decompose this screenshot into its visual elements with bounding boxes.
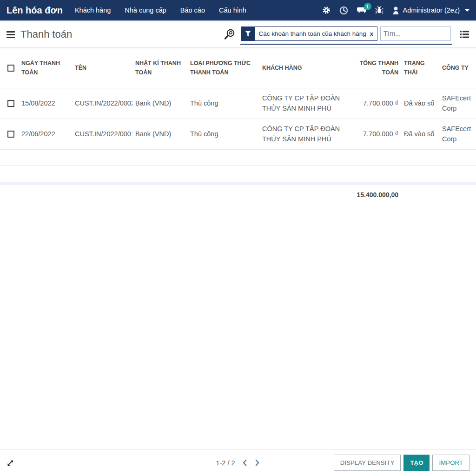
cell-date: 15/08/2022 (19, 88, 72, 119)
menu-vendors[interactable]: Nhà cung cấp (125, 7, 166, 14)
pager-next-icon[interactable] (254, 459, 260, 466)
select-all-checkbox[interactable] (7, 65, 14, 72)
pager-previous-icon[interactable] (242, 459, 248, 466)
table-row[interactable]: 15/08/2022 CUST.IN/2022/0002 Bank (VND) … (0, 88, 476, 119)
navbar-right: 1 Ad (322, 6, 469, 15)
list-view-switch-icon[interactable] (459, 30, 469, 39)
filter-facet-close-icon[interactable]: x (370, 30, 373, 37)
cell-customer: CÔNG TY CP TẬP ĐOÀN THỦY SẢN MINH PHÚ (259, 119, 350, 150)
hamburger-menu-icon[interactable] (7, 31, 15, 38)
chevron-down-icon (465, 9, 469, 12)
col-header-date[interactable]: NGÀY THANH TOÁN (19, 48, 72, 88)
settings-gear-icon[interactable] (322, 6, 331, 14)
expand-resize-icon[interactable] (7, 459, 14, 467)
user-name-label: Administrator (2ez) (403, 7, 460, 14)
cell-amount: 7.700.000 ₫ (350, 119, 401, 150)
menu-reports[interactable]: Báo cáo (180, 7, 205, 14)
import-button[interactable]: IMPORT (432, 455, 469, 471)
empty-row (0, 166, 476, 182)
col-header-name[interactable]: TÊN (72, 48, 132, 88)
cell-company: SAFEcert Corp (439, 88, 476, 119)
menu-config[interactable]: Cấu hình (219, 7, 246, 14)
cell-company: SAFEcert Corp (439, 119, 476, 150)
advanced-search-magnifier-icon[interactable] (223, 27, 237, 41)
filter-facet[interactable]: Các khoản thanh toán của khách hàng x (241, 26, 377, 41)
messages-icon[interactable]: 1 (357, 6, 366, 14)
table-header-row: NGÀY THANH TOÁN TÊN NHẬT KÍ THANH TOÁN L… (0, 48, 476, 88)
control-bar: Thanh toán Các khoản thanh toán của khác… (0, 21, 476, 48)
col-header-customer[interactable]: KHÁCH HÀNG (259, 48, 350, 88)
total-amount: 15.400.000,00 (350, 185, 401, 205)
cell-method: Thủ công (187, 119, 259, 150)
filter-facet-label: Các khoản thanh toán của khách hàng (259, 30, 366, 37)
payments-table: NGÀY THANH TOÁN TÊN NHẬT KÍ THANH TOÁN L… (0, 48, 476, 205)
user-avatar-icon (392, 7, 399, 14)
footer-buttons: DISPLAY DENSITY TẠO IMPORT (334, 455, 469, 471)
display-density-button[interactable]: DISPLAY DENSITY (334, 455, 401, 471)
cell-journal: Bank (VND) (132, 88, 187, 119)
cell-name: CUST.IN/2022/0001 (72, 119, 132, 150)
menu-customers[interactable]: Khách hàng (75, 7, 111, 14)
col-header-method[interactable]: LOẠI PHƯƠNG THỨC THANH TOÁN (187, 48, 259, 88)
cell-method: Thủ công (187, 88, 259, 119)
cell-journal: Bank (VND) (132, 119, 187, 150)
page-title: Thanh toán (20, 28, 72, 40)
search-bar: Các khoản thanh toán của khách hàng x (240, 25, 452, 45)
cell-date: 22/06/2022 (19, 119, 72, 150)
top-navbar: Lên hóa đơn Khách hàng Nhà cung cấp Báo … (0, 0, 476, 21)
empty-row (0, 150, 476, 166)
main-menu: Khách hàng Nhà cung cấp Báo cáo Cấu hình (75, 7, 246, 14)
filter-funnel-icon (241, 26, 255, 41)
cell-status: Đã vào sổ (401, 119, 439, 150)
col-header-amount[interactable]: TỔNG THANH TOÁN (350, 48, 401, 88)
app-menu-invoicing[interactable]: Lên hóa đơn (7, 5, 63, 16)
row-checkbox[interactable] (7, 131, 14, 138)
footer-bar: 1-2 / 2 DISPLAY DENSITY TẠO IMPORT (0, 449, 476, 476)
col-header-company[interactable]: CÔNG TY (439, 48, 476, 88)
table-row[interactable]: 22/06/2022 CUST.IN/2022/0001 Bank (VND) … (0, 119, 476, 150)
message-count-badge: 1 (364, 3, 371, 10)
cell-status: Đã vào sổ (401, 88, 439, 119)
row-checkbox[interactable] (7, 100, 14, 107)
cell-name: CUST.IN/2022/0002 (72, 88, 132, 119)
create-button[interactable]: TẠO (403, 455, 430, 471)
search-input[interactable] (380, 26, 451, 41)
col-header-status[interactable]: TRẠNG THÁI (401, 48, 439, 88)
total-row: 15.400.000,00 (0, 185, 476, 205)
col-header-journal[interactable]: NHẬT KÍ THANH TOÁN (132, 48, 187, 88)
cell-customer: CÔNG TY CP TẬP ĐOÀN THỦY SẢN MINH PHÚ (259, 88, 350, 119)
activities-clock-icon[interactable] (339, 6, 348, 15)
user-menu[interactable]: Administrator (2ez) (392, 7, 469, 14)
cell-amount: 7.700.000 ₫ (350, 88, 401, 119)
filter-facet-body: Các khoản thanh toán của khách hàng x (255, 26, 377, 41)
search-zone: Các khoản thanh toán của khách hàng x (223, 25, 469, 45)
pager-range-label: 1-2 / 2 (216, 459, 235, 467)
bug-icon[interactable] (375, 6, 383, 14)
